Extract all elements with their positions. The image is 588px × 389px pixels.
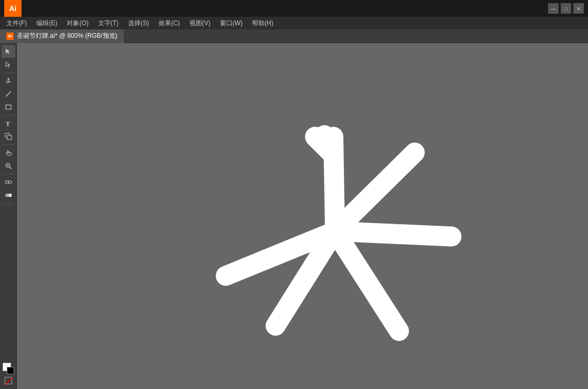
stroke-swatch[interactable] (7, 367, 14, 374)
left-toolbar: T (0, 43, 17, 389)
svg-rect-2 (6, 105, 11, 109)
svg-line-14 (5, 377, 13, 385)
type-tool-button[interactable]: T (2, 117, 15, 130)
svg-line-19 (335, 231, 452, 236)
tool-separator-5 (3, 203, 14, 204)
close-button[interactable]: ✕ (573, 3, 584, 14)
tab-bar: Ai 圣诞节灯牌.ai* @ 800% (RGB/预览) (0, 29, 588, 43)
tool-separator-1 (3, 72, 14, 73)
blend-tool-button[interactable] (2, 176, 15, 188)
tool-separator-3 (3, 144, 14, 145)
rectangle-tool-button[interactable] (2, 101, 15, 113)
menu-window[interactable]: 窗口(W) (216, 18, 247, 29)
gradient-tool-button[interactable] (2, 189, 15, 202)
menu-text[interactable]: 文字(T) (94, 18, 123, 29)
menu-view[interactable]: 视图(V) (185, 18, 215, 29)
svg-line-1 (6, 91, 11, 97)
menu-object[interactable]: 对象(O) (62, 18, 92, 29)
svg-point-0 (7, 78, 9, 80)
main-layout: T (0, 43, 588, 389)
menu-help[interactable]: 帮助(H) (248, 18, 278, 29)
svg-line-7 (9, 167, 12, 169)
tool-separator-2 (3, 115, 14, 115)
menu-file[interactable]: 文件(F) (2, 18, 31, 29)
hand-tool-button[interactable] (2, 146, 15, 159)
minimize-button[interactable]: — (548, 3, 559, 14)
direct-selection-tool-button[interactable] (2, 58, 15, 71)
tool-separator-4 (3, 174, 14, 174)
menu-effect[interactable]: 效果(C) (154, 18, 184, 29)
title-bar-controls: — □ ✕ (548, 3, 584, 14)
no-color-button[interactable] (5, 377, 12, 384)
line-tool-button[interactable] (2, 88, 15, 100)
title-bar: Ai — □ ✕ (0, 0, 588, 17)
canvas-area (17, 43, 588, 389)
doc-tab-label: 圣诞节灯牌.ai* @ 800% (RGB/预览) (17, 31, 118, 40)
svg-text:T: T (6, 120, 10, 127)
svg-rect-13 (5, 194, 12, 197)
zoom-tool-button[interactable] (2, 160, 15, 172)
color-swatches (3, 363, 14, 387)
svg-line-18 (335, 152, 415, 231)
svg-rect-5 (7, 135, 12, 140)
maximize-button[interactable]: □ (561, 3, 571, 14)
ai-logo: Ai (4, 0, 22, 17)
svg-line-20 (335, 231, 399, 331)
transform-tool-button[interactable] (2, 130, 15, 143)
svg-line-17 (324, 135, 333, 155)
selection-tool-button[interactable] (2, 45, 15, 58)
doc-tab-icon: Ai (6, 33, 14, 40)
document-tab[interactable]: Ai 圣诞节灯牌.ai* @ 800% (RGB/预览) (0, 29, 124, 43)
snowflake-artwork (194, 68, 467, 364)
pen-tool-button[interactable] (2, 75, 15, 87)
menu-bar: 文件(F) 编辑(E) 对象(O) 文字(T) 选择(S) 效果(C) 视图(V… (0, 17, 588, 29)
menu-edit[interactable]: 编辑(E) (32, 18, 61, 29)
menu-select[interactable]: 选择(S) (124, 18, 153, 29)
